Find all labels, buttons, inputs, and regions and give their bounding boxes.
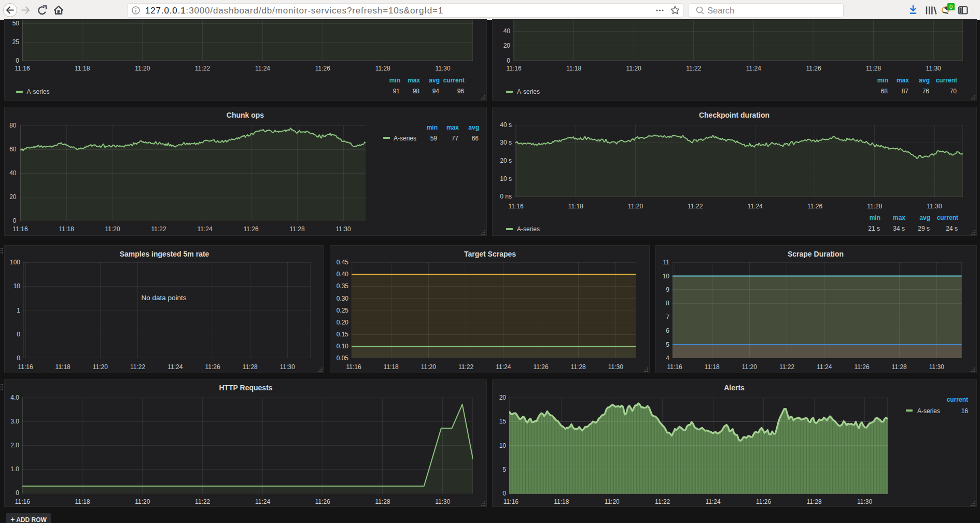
svg-text:Search: Search bbox=[707, 6, 734, 15]
svg-text:0: 0 bbox=[949, 4, 953, 10]
svg-text:127.0.0.1:3000/dashboard/db/mo: 127.0.0.1:3000/dashboard/db/monitor-serv… bbox=[145, 6, 443, 16]
